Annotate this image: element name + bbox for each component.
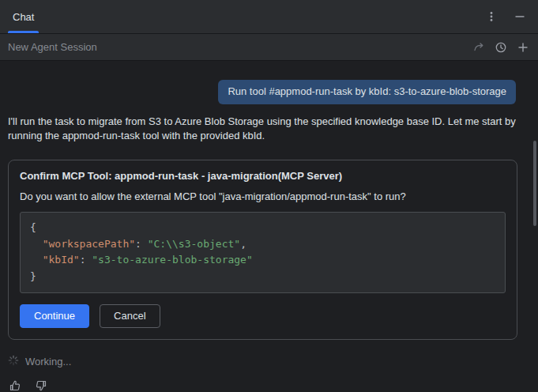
session-title: New Agent Session — [8, 41, 97, 53]
feedback-row — [8, 379, 530, 392]
json-key-workspacepath: "workspacePath" — [43, 238, 135, 250]
status-text: Working... — [25, 356, 71, 368]
tab-chat-label: Chat — [13, 11, 34, 23]
vertical-scrollbar[interactable] — [533, 141, 536, 226]
history-icon[interactable] — [492, 39, 510, 56]
titlebar-actions — [483, 8, 529, 25]
spinner-icon — [8, 355, 19, 368]
session-actions — [470, 39, 532, 56]
tab-chat[interactable]: Chat — [0, 0, 47, 33]
json-colon: : — [80, 254, 92, 266]
code-line: } — [30, 269, 495, 285]
titlebar: Chat — [0, 0, 538, 34]
user-message-row: Run tool #appmod-run-task by kbId: s3-to… — [8, 80, 530, 104]
confirm-card-buttons: Continue Cancel — [20, 304, 506, 328]
restore-chat-icon[interactable] — [470, 39, 487, 56]
json-comma: , — [240, 238, 246, 250]
mcp-tool-confirm-card: Confirm MCP Tool: appmod-run-task - java… — [8, 160, 517, 340]
code-line: { — [30, 220, 495, 236]
thumbs-down-icon[interactable] — [34, 379, 48, 392]
json-indent — [30, 238, 43, 250]
minimize-icon[interactable] — [511, 8, 529, 25]
tool-arguments-code-block: { "workspacePath": "C:\\s3-object", "kbI… — [20, 212, 506, 293]
json-value-kbid: "s3-to-azure-blob-storage" — [92, 254, 253, 266]
cancel-button[interactable]: Cancel — [100, 304, 160, 328]
more-options-icon[interactable] — [483, 8, 500, 25]
new-session-icon[interactable] — [514, 39, 532, 56]
json-key-kbid: "kbId" — [43, 254, 80, 266]
assistant-message: I'll run the task to migrate from S3 to … — [8, 115, 529, 144]
chat-panel: Chat New Agent Session — [0, 0, 538, 392]
json-value-workspacepath: "C:\\s3-object" — [148, 238, 240, 250]
tab-active-indicator — [8, 31, 39, 33]
confirm-card-question: Do you want to allow the external MCP to… — [20, 190, 506, 202]
json-colon: : — [135, 238, 148, 250]
code-line: "workspacePath": "C:\\s3-object", — [30, 236, 495, 253]
user-message-bubble: Run tool #appmod-run-task by kbId: s3-to… — [218, 80, 516, 104]
continue-button[interactable]: Continue — [20, 304, 89, 328]
confirm-card-title: Confirm MCP Tool: appmod-run-task - java… — [20, 170, 506, 182]
json-indent — [30, 254, 43, 266]
status-row: Working... — [8, 355, 530, 368]
json-open-brace: { — [30, 221, 36, 233]
session-bar: New Agent Session — [0, 34, 538, 61]
json-close-brace: } — [30, 270, 36, 282]
chat-message-area: Run tool #appmod-run-task by kbId: s3-to… — [0, 61, 538, 392]
thumbs-up-icon[interactable] — [8, 379, 22, 392]
code-line: "kbId": "s3-to-azure-blob-storage" — [30, 252, 495, 269]
